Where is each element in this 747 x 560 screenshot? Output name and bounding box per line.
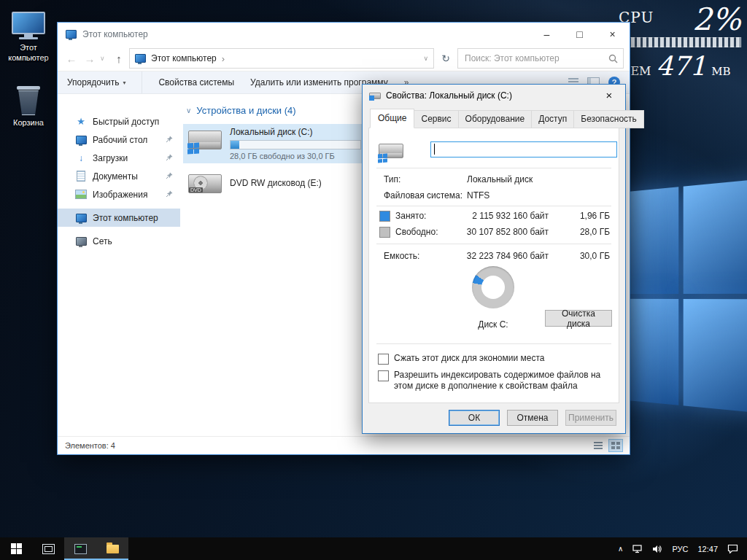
drive-name: DVD RW дисковод (E:) bbox=[230, 178, 322, 188]
close-icon[interactable]: × bbox=[594, 85, 624, 105]
tab-security[interactable]: Безопасность bbox=[573, 110, 644, 128]
sidebar-item-label: Сеть bbox=[93, 236, 112, 246]
system-monitor-icon bbox=[74, 544, 87, 554]
dialog-titlebar[interactable]: Свойства: Локальный диск (C:) × bbox=[363, 85, 625, 106]
recycle-bin-icon bbox=[15, 86, 42, 117]
sidebar-item-label: Загрузки bbox=[93, 153, 128, 163]
tab-tools[interactable]: Сервис bbox=[414, 110, 458, 128]
compress-checkbox-label: Сжать этот диск для экономии места bbox=[394, 353, 544, 364]
used-size: 1,96 ГБ bbox=[556, 211, 610, 221]
tab-page-general: Тип: Локальный диск Файловая система: NT… bbox=[368, 128, 619, 403]
volume-icon[interactable] bbox=[653, 545, 662, 553]
windows-flag-icon bbox=[187, 142, 199, 154]
free-bytes: 30 107 852 800 байт bbox=[449, 227, 549, 237]
cpu-mem-gadget: CPU 2% MEM 471 MB bbox=[619, 4, 741, 78]
search-box[interactable] bbox=[457, 48, 624, 69]
address-dropdown-icon[interactable]: ∨ bbox=[423, 55, 428, 62]
picture-icon bbox=[75, 190, 87, 199]
taskbar-app-monitor[interactable] bbox=[64, 537, 96, 560]
download-icon: ↓ bbox=[75, 153, 87, 163]
forward-button[interactable]: → bbox=[82, 52, 98, 65]
sidebar-item-quick-access[interactable]: ★ Быстрый доступ bbox=[58, 112, 180, 131]
sidebar-item-label: Изображения bbox=[93, 190, 147, 200]
network-icon[interactable] bbox=[632, 545, 643, 553]
search-input[interactable] bbox=[463, 52, 608, 64]
ok-button[interactable]: ОК bbox=[449, 410, 500, 426]
breadcrumb-separator-icon[interactable]: › bbox=[222, 53, 225, 64]
drive-name: Локальный диск (C:) bbox=[230, 127, 361, 137]
disk-cleanup-button[interactable]: Очистка диска bbox=[545, 310, 612, 327]
system-tray: ∧ РУС 12:47 bbox=[618, 544, 747, 553]
sidebar-item-desktop[interactable]: Рабочий стол bbox=[58, 131, 180, 149]
collapse-icon[interactable]: ∨ bbox=[186, 106, 191, 114]
minimize-button[interactable]: – bbox=[530, 23, 563, 44]
used-label: Занято: bbox=[395, 211, 426, 221]
used-space-swatch bbox=[379, 211, 390, 222]
free-size: 28,0 ГБ bbox=[556, 227, 610, 237]
sidebar-item-this-pc[interactable]: Этот компьютер bbox=[58, 209, 180, 227]
sidebar-item-label: Документы bbox=[93, 171, 138, 182]
hidden-icons-chevron-icon[interactable]: ∧ bbox=[618, 545, 623, 553]
cancel-button[interactable]: Отмена bbox=[507, 410, 558, 426]
start-button[interactable] bbox=[0, 537, 32, 560]
desktop-icon-this-pc[interactable]: Этот компьютер bbox=[0, 12, 57, 63]
sidebar-item-network[interactable]: Сеть bbox=[58, 232, 180, 250]
tab-general[interactable]: Общие bbox=[370, 109, 414, 128]
search-icon bbox=[608, 54, 618, 63]
organize-menu[interactable]: Упорядочить ▾ bbox=[67, 77, 125, 88]
sidebar-item-downloads[interactable]: ↓ Загрузки bbox=[58, 149, 180, 167]
desktop-icon-label: Корзина bbox=[0, 118, 57, 128]
cpu-value: 2% bbox=[692, 4, 741, 35]
dvd-drive-icon: DVD bbox=[187, 171, 222, 197]
volume-label-input[interactable] bbox=[430, 141, 617, 158]
task-view-icon bbox=[42, 544, 55, 554]
dialog-title: Свойства: Локальный диск (C:) bbox=[386, 90, 512, 101]
hard-drive-icon bbox=[187, 127, 222, 153]
text-caret bbox=[434, 144, 435, 155]
this-pc-icon bbox=[66, 30, 77, 39]
recent-locations-dropdown-icon[interactable]: ∨ bbox=[100, 55, 109, 62]
back-button[interactable]: ← bbox=[63, 52, 80, 65]
cpu-meter-bar bbox=[619, 37, 741, 47]
taskbar: ∧ РУС 12:47 bbox=[0, 537, 747, 560]
sidebar-item-label: Быстрый доступ bbox=[93, 117, 159, 127]
drive-usage-bar bbox=[230, 140, 361, 149]
close-button[interactable]: × bbox=[596, 23, 629, 44]
clock[interactable]: 12:47 bbox=[697, 545, 718, 553]
this-pc-icon bbox=[12, 12, 45, 41]
thumbnail-view-toggle[interactable] bbox=[609, 440, 622, 451]
document-icon bbox=[77, 171, 85, 182]
tab-hardware[interactable]: Оборудование bbox=[458, 110, 533, 128]
indexing-checkbox[interactable] bbox=[378, 370, 389, 381]
up-button[interactable]: ↑ bbox=[111, 52, 127, 65]
refresh-button[interactable]: ↻ bbox=[436, 49, 455, 68]
compress-checkbox-row[interactable]: Сжать этот диск для экономии места bbox=[378, 353, 611, 365]
organize-label: Упорядочить bbox=[67, 77, 119, 88]
group-header-devices[interactable]: ∨ Устройства и диски (4) bbox=[186, 105, 296, 116]
pin-icon bbox=[166, 136, 173, 143]
indexing-checkbox-label: Разрешить индексировать содержимое файло… bbox=[394, 370, 611, 391]
maximize-button[interactable]: □ bbox=[563, 23, 596, 44]
apply-button[interactable]: Применить bbox=[565, 410, 616, 426]
mem-value: 471 bbox=[656, 55, 706, 78]
sidebar-item-pictures[interactable]: Изображения bbox=[58, 185, 180, 203]
sidebar-item-documents[interactable]: Документы bbox=[58, 167, 180, 185]
address-bar[interactable]: Этот компьютер › ∨ bbox=[129, 48, 434, 69]
capacity-size: 30,0 ГБ bbox=[556, 251, 610, 261]
breadcrumb[interactable]: Этот компьютер bbox=[151, 53, 217, 63]
action-center-icon[interactable] bbox=[727, 544, 738, 553]
properties-dialog: Свойства: Локальный диск (C:) × Общие Се… bbox=[362, 84, 626, 434]
pin-icon bbox=[166, 172, 173, 179]
desktop-icon-recycle-bin[interactable]: Корзина bbox=[0, 86, 57, 128]
status-bar: Элементов: 4 bbox=[58, 436, 630, 454]
tab-sharing[interactable]: Доступ bbox=[531, 110, 574, 128]
explorer-titlebar[interactable]: Этот компьютер – □ × bbox=[58, 23, 630, 46]
list-view-toggle[interactable] bbox=[592, 440, 605, 451]
language-indicator[interactable]: РУС bbox=[672, 545, 688, 553]
compress-checkbox[interactable] bbox=[378, 354, 389, 365]
system-properties-command[interactable]: Свойства системы bbox=[158, 77, 234, 88]
task-view-button[interactable] bbox=[32, 537, 64, 560]
taskbar-app-explorer[interactable] bbox=[96, 537, 128, 560]
capacity-label: Емкость: bbox=[384, 251, 419, 261]
indexing-checkbox-row[interactable]: Разрешить индексировать содержимое файло… bbox=[378, 370, 611, 391]
